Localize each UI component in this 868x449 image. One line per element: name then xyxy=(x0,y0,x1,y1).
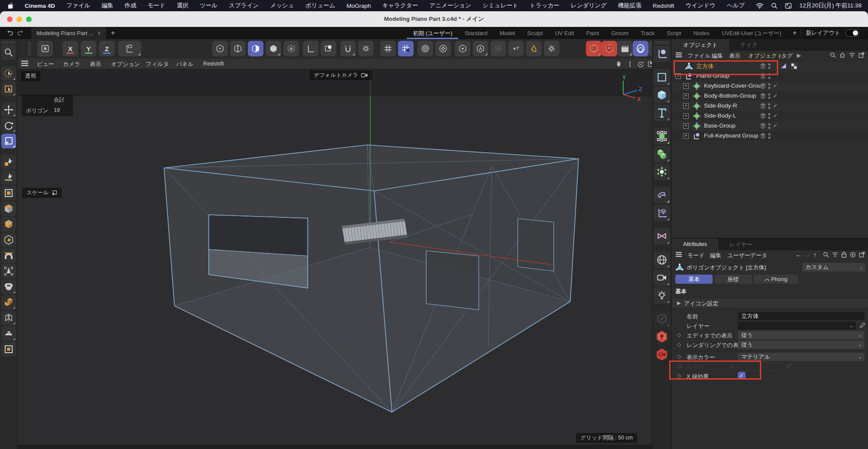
annotate-button[interactable]: A xyxy=(473,41,488,56)
menu-select[interactable]: 選択 xyxy=(177,2,188,10)
texture-mode-button[interactable] xyxy=(283,41,299,56)
cube-add-button[interactable] xyxy=(1,217,16,232)
enabled-checkmark[interactable]: ✓ xyxy=(773,92,778,99)
om-menu-overflow-icon[interactable]: ▶ xyxy=(797,52,801,59)
cloner-button[interactable] xyxy=(654,228,670,245)
lock-y-axis-button[interactable]: Y xyxy=(81,41,96,56)
layout-lock-toggle[interactable] xyxy=(845,29,859,37)
layer-diamonds-icon[interactable] xyxy=(760,132,766,140)
layer-dropdown[interactable]: ⌄ xyxy=(738,321,856,330)
layout-tab-uvedit-user[interactable]: UVEdit-User (ユーザー) xyxy=(716,27,787,39)
menubar-clock[interactable]: 12月20日(月) 午前11:38 xyxy=(799,2,861,10)
menu-mode[interactable]: モード xyxy=(148,2,165,10)
om-menu-edit[interactable]: 編集 xyxy=(712,52,723,60)
viewport-menu-redshift[interactable]: Redshift xyxy=(203,60,224,67)
projection-label[interactable]: 透視 xyxy=(21,71,40,81)
polygon-pen-button[interactable] xyxy=(1,154,16,169)
tab-layers[interactable]: レイヤー xyxy=(718,239,764,250)
tab-takes[interactable]: テイク xyxy=(729,39,769,51)
menu-volume[interactable]: ボリューム xyxy=(306,2,335,10)
expand-expander[interactable]: + xyxy=(683,123,689,129)
attr-search-icon[interactable] xyxy=(823,252,829,258)
layer-diamonds-icon[interactable] xyxy=(760,122,766,130)
expand-expander[interactable]: + xyxy=(683,93,689,99)
menu-app-name[interactable]: Cinema 4D xyxy=(25,3,55,9)
live-selection-button[interactable] xyxy=(1,66,16,81)
pan-hand-icon[interactable] xyxy=(615,61,622,67)
enabled-checkmark[interactable]: ✓ xyxy=(773,112,778,119)
recycle-mesh-button[interactable] xyxy=(526,41,542,56)
drag-handle[interactable] xyxy=(28,42,31,56)
window-titlebar[interactable]: Modeling Piano Part 3.c4d * - メイン xyxy=(0,11,868,27)
menu-extensions[interactable]: 機能拡張 xyxy=(618,2,641,10)
menu-window[interactable]: ウインドウ xyxy=(686,2,716,10)
interactive-render-button[interactable] xyxy=(633,41,648,56)
om-export-icon[interactable] xyxy=(858,52,865,58)
material-button[interactable] xyxy=(654,311,670,327)
add-layout-button[interactable]: + xyxy=(792,29,796,37)
move-tool-button[interactable] xyxy=(1,102,16,117)
viewport-menu-panel[interactable]: パネル xyxy=(176,60,194,68)
tab-objects[interactable]: オブジェクト xyxy=(672,39,729,51)
drag-handle[interactable] xyxy=(654,41,669,44)
floor-tool-button[interactable] xyxy=(1,342,16,357)
generator-button[interactable] xyxy=(654,164,670,180)
rectangle-tool-button[interactable] xyxy=(1,186,16,200)
tab-coordinates[interactable]: 座標 xyxy=(714,275,752,284)
menu-file[interactable]: ファイル xyxy=(66,2,90,10)
extrude-tool-button[interactable] xyxy=(1,201,16,216)
camera-object-button[interactable] xyxy=(654,269,670,286)
menu-edit[interactable]: 編集 xyxy=(102,2,113,10)
attr-back-icon[interactable]: ← xyxy=(795,251,802,258)
ffd-bell-button[interactable] xyxy=(1,264,16,279)
expand-expander[interactable]: + xyxy=(683,133,689,139)
null-object-button[interactable] xyxy=(654,46,670,62)
visibility-dots[interactable] xyxy=(768,93,770,99)
layer-diamonds-icon[interactable] xyxy=(760,102,766,110)
bridge-tool-button[interactable] xyxy=(1,248,16,263)
subdivision-surface-button[interactable] xyxy=(654,128,670,144)
text-object-button[interactable] xyxy=(654,105,670,121)
marquee-select-button[interactable] xyxy=(490,41,506,56)
layout-tab-sculpt[interactable]: Sculpt xyxy=(521,28,549,38)
expand-expander[interactable]: + xyxy=(683,113,689,119)
menu-animation[interactable]: アニメーション xyxy=(429,2,471,10)
quantize-grid-button[interactable] xyxy=(398,41,414,56)
om-filter-icon[interactable] xyxy=(849,52,855,58)
model-mode-button[interactable] xyxy=(266,41,281,56)
attr-target-icon[interactable] xyxy=(850,252,856,258)
menu-rendering[interactable]: レンダリング xyxy=(571,2,607,10)
attr-menu-userdata[interactable]: ユーザーデータ xyxy=(727,252,767,259)
preset-dropdown[interactable]: カスタム⌄ xyxy=(802,263,865,272)
active-tool-hud[interactable]: スケール xyxy=(22,188,62,198)
tab-attributes[interactable]: Attributes xyxy=(672,239,718,250)
polygons-mode-button[interactable] xyxy=(248,41,263,56)
project-tool-button[interactable] xyxy=(37,41,53,56)
layout-tab-nodes[interactable]: Nodes xyxy=(687,28,716,38)
om-menu-file[interactable]: ファイル xyxy=(687,52,710,60)
attr-export-icon[interactable] xyxy=(859,252,865,258)
menu-help[interactable]: ヘルプ xyxy=(727,2,745,10)
document-tab[interactable]: Modeling Piano Part ... x xyxy=(31,27,106,39)
layout-tab-script[interactable]: Script xyxy=(661,28,687,38)
uvw-tag-icon[interactable] xyxy=(790,62,798,70)
enabled-checkmark[interactable]: ✓ xyxy=(773,122,778,129)
spline-rectangle-button[interactable] xyxy=(654,69,670,85)
edges-mode-button[interactable] xyxy=(230,41,246,56)
om-hamburger-icon[interactable] xyxy=(675,52,682,58)
layer-diamonds-icon[interactable] xyxy=(760,112,766,120)
layout-tab-uvedit[interactable]: UV Edit xyxy=(549,28,580,38)
layer-diamonds-icon[interactable] xyxy=(760,92,766,100)
attr-up-icon[interactable]: ↑ xyxy=(813,251,817,258)
modeling-axis-button[interactable] xyxy=(418,41,433,56)
sky-object-button[interactable] xyxy=(654,252,670,268)
apple-menu-icon[interactable] xyxy=(8,3,13,9)
grid-button[interactable] xyxy=(380,41,396,56)
render-settings-button[interactable] xyxy=(617,41,633,56)
inset-tool-button[interactable] xyxy=(1,233,16,247)
viewport-hamburger-icon[interactable] xyxy=(21,60,29,66)
viewport-menu-view[interactable]: ビュー xyxy=(37,60,54,68)
attr-menu-mode[interactable]: モード xyxy=(687,252,705,259)
wifi-icon[interactable] xyxy=(756,3,763,9)
om-search-icon[interactable] xyxy=(830,52,836,58)
